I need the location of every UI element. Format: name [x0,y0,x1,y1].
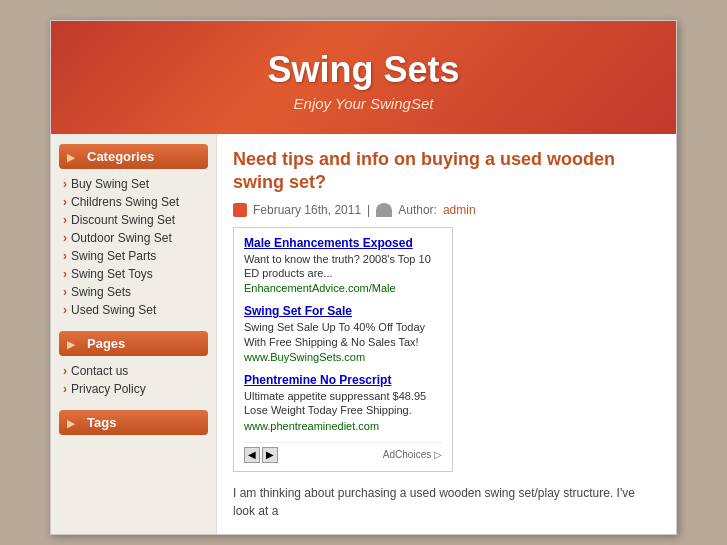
sidebar: Categories Buy Swing Set Childrens Swing… [51,134,216,534]
swing-sets-link[interactable]: Swing Sets [71,285,131,299]
list-item: Childrens Swing Set [63,193,208,211]
ad-item-2: Swing Set For Sale Swing Set Sale Up To … [244,304,442,363]
ad-title-1[interactable]: Male Enhancements Exposed [244,236,442,250]
ad-prev-button[interactable]: ◀ [244,447,260,463]
sidebar-title-tags: Tags [59,410,208,435]
site-header: Swing Sets Enjoy Your SwingSet [51,21,676,134]
list-item: Buy Swing Set [63,175,208,193]
author-link[interactable]: admin [443,203,476,217]
ad-title-2[interactable]: Swing Set For Sale [244,304,442,318]
ad-item-1: Male Enhancements Exposed Want to know t… [244,236,442,295]
sidebar-section-categories: Categories Buy Swing Set Childrens Swing… [59,144,208,319]
list-item: Contact us [63,362,208,380]
calendar-icon [233,203,247,217]
ad-url-3: www.phentreaminediet.com [244,420,442,432]
swing-set-toys-link[interactable]: Swing Set Toys [71,267,153,281]
ad-nav: ◀ ▶ [244,447,278,463]
list-item: Discount Swing Set [63,211,208,229]
ad-desc-2: Swing Set Sale Up To 40% Off Today With … [244,320,442,349]
page-wrapper: Swing Sets Enjoy Your SwingSet Categorie… [50,20,677,535]
article-meta: February 16th, 2011 | Author: admin [233,203,660,217]
user-icon [376,203,392,217]
ad-item-3: Phentremine No Prescript Ultimate appeti… [244,373,442,432]
site-title: Swing Sets [71,49,656,91]
buy-swing-set-link[interactable]: Buy Swing Set [71,177,149,191]
ad-desc-1: Want to know the truth? 2008's Top 10 ED… [244,252,442,281]
ad-desc-3: Ultimate appetite suppressant $48.95 Los… [244,389,442,418]
contact-us-link[interactable]: Contact us [71,364,128,378]
list-item: Privacy Policy [63,380,208,398]
ad-url-1: EnhancementAdvice.com/Male [244,282,442,294]
list-item: Outdoor Swing Set [63,229,208,247]
ad-title-3[interactable]: Phentremine No Prescript [244,373,442,387]
site-tagline: Enjoy Your SwingSet [71,95,656,112]
outdoor-swing-set-link[interactable]: Outdoor Swing Set [71,231,172,245]
discount-swing-set-link[interactable]: Discount Swing Set [71,213,175,227]
ad-footer: ◀ ▶ AdChoices ▷ [244,442,442,463]
main-content: Need tips and info on buying a used wood… [216,134,676,534]
used-swing-set-link[interactable]: Used Swing Set [71,303,156,317]
content-area: Categories Buy Swing Set Childrens Swing… [51,134,676,534]
meta-separator: | [367,203,370,217]
list-item: Swing Set Parts [63,247,208,265]
list-item: Used Swing Set [63,301,208,319]
adchoices-label: AdChoices ▷ [383,449,442,460]
ad-next-button[interactable]: ▶ [262,447,278,463]
childrens-swing-set-link[interactable]: Childrens Swing Set [71,195,179,209]
article-title: Need tips and info on buying a used wood… [233,148,660,195]
categories-nav: Buy Swing Set Childrens Swing Set Discou… [59,175,208,319]
sidebar-section-pages: Pages Contact us Privacy Policy [59,331,208,398]
sidebar-title-categories: Categories [59,144,208,169]
pages-nav: Contact us Privacy Policy [59,362,208,398]
sidebar-title-pages: Pages [59,331,208,356]
privacy-policy-link[interactable]: Privacy Policy [71,382,146,396]
article-date: February 16th, 2011 [253,203,361,217]
sidebar-section-tags: Tags [59,410,208,435]
author-label: Author: [398,203,437,217]
ad-box: Male Enhancements Exposed Want to know t… [233,227,453,472]
swing-set-parts-link[interactable]: Swing Set Parts [71,249,156,263]
list-item: Swing Sets [63,283,208,301]
ad-url-2: www.BuySwingSets.com [244,351,442,363]
article-excerpt: I am thinking about purchasing a used wo… [233,484,660,520]
list-item: Swing Set Toys [63,265,208,283]
